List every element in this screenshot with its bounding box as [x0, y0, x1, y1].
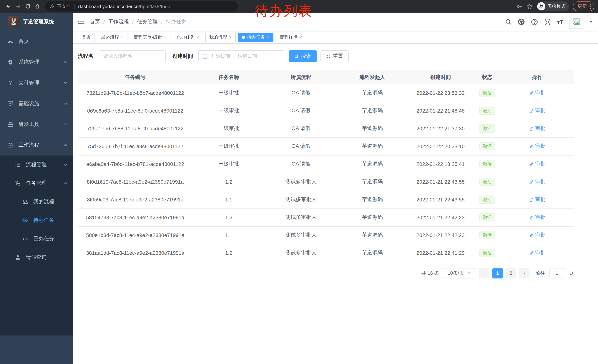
- process-name-input[interactable]: 请输入流程名: [99, 50, 166, 62]
- github-icon[interactable]: [518, 18, 525, 25]
- col-create-time: 创建时间: [407, 70, 473, 84]
- tab-close-icon[interactable]: ×: [164, 35, 166, 40]
- filter-bar: 流程名 请输入流程名 创建时间 开始日期 - 结束日期 搜索: [78, 50, 598, 62]
- sidebar-item-my-process[interactable]: 我的流程: [0, 193, 73, 211]
- approve-link[interactable]: 审批: [529, 214, 546, 221]
- cell-initiator: 芋道源码: [337, 138, 407, 155]
- tab-5[interactable]: 我的流程×: [205, 32, 236, 42]
- goto-page-input[interactable]: [549, 268, 564, 278]
- sidebar-item-leave-query[interactable]: 请假查询: [0, 248, 73, 267]
- cell-initiator: 芋道源码: [337, 155, 407, 173]
- status-badge: 激活: [479, 89, 495, 97]
- status-badge: 激活: [479, 195, 495, 204]
- sidebar-item-devtools[interactable]: 研发工具: [0, 114, 73, 135]
- sidebar-item-workflow[interactable]: 工作流程: [0, 135, 73, 155]
- search-button[interactable]: 搜索: [289, 50, 317, 62]
- approve-link-label: 审批: [535, 214, 546, 221]
- incognito-badge: 无痕模式: [537, 1, 569, 11]
- approve-link[interactable]: 审批: [529, 250, 546, 256]
- avatar-caret-icon[interactable]: [589, 21, 593, 23]
- tab-6[interactable]: 待办任务×: [238, 32, 274, 42]
- tab-close-icon[interactable]: ×: [196, 35, 199, 40]
- goto-label: 前往: [535, 270, 545, 276]
- cell-task-id: 75d72608-7b7f-11ec-a3c8-acde48001122: [78, 138, 193, 155]
- font-size-icon[interactable]: тT: [557, 19, 563, 25]
- sidebar-item-todo-tasks[interactable]: 待办任务: [0, 211, 73, 230]
- approve-link[interactable]: 审批: [529, 89, 546, 96]
- sidebar-item-infrastructure[interactable]: 基础设施: [0, 93, 73, 114]
- bookmark-star-icon[interactable]: [526, 3, 533, 9]
- update-label: 更新: [578, 3, 587, 9]
- reload-icon[interactable]: [23, 1, 33, 11]
- sidebar-item-label: 工作流程: [18, 142, 58, 148]
- search-icon[interactable]: [505, 18, 512, 25]
- approve-link[interactable]: 审批: [529, 143, 546, 150]
- sidebar-item-home[interactable]: 首页: [0, 31, 73, 52]
- tab-7[interactable]: 流程详情×: [276, 32, 306, 42]
- approve-link[interactable]: 审批: [529, 107, 546, 114]
- sidebar-item-task-management[interactable]: 任务管理: [0, 174, 73, 193]
- cell-process: OA 请假: [265, 84, 337, 102]
- tab-close-icon[interactable]: ×: [299, 35, 302, 40]
- approve-link[interactable]: 审批: [529, 125, 546, 132]
- avatar[interactable]: [569, 15, 583, 29]
- status-badge: 激活: [479, 124, 495, 133]
- cell-process: OA 请假: [265, 120, 337, 138]
- breadcrumb-item[interactable]: 首页: [90, 18, 100, 25]
- annotation-text: 待办列表: [255, 2, 313, 20]
- cell-actions: 审批: [501, 120, 573, 138]
- approve-link[interactable]: 审批: [529, 232, 546, 238]
- help-icon[interactable]: [531, 18, 538, 25]
- col-status: 状态: [473, 70, 501, 84]
- forward-icon[interactable]: [13, 1, 23, 11]
- approve-link[interactable]: 审批: [529, 161, 546, 167]
- tab-close-icon[interactable]: ×: [121, 35, 123, 40]
- person-icon: [15, 254, 21, 260]
- breadcrumb-item[interactable]: 工作流程: [108, 18, 129, 25]
- home-icon[interactable]: [33, 1, 42, 11]
- page-size-select[interactable]: 10条/页: [442, 268, 476, 278]
- page-button-1[interactable]: 1: [492, 268, 503, 278]
- cell-status: 激活: [473, 191, 501, 209]
- cell-create-time: 2022-01-22 21:48:48: [407, 102, 473, 120]
- sidebar-item-payment[interactable]: ¥ 支付管理: [0, 73, 73, 93]
- table-row: 8f059c03-7ac8-11ec-a9e2-a2380e71991a1.1测…: [78, 191, 573, 209]
- sidebar-item-label: 已办任务: [33, 235, 67, 242]
- cell-task-name: 1.2: [193, 244, 265, 262]
- prev-page-button[interactable]: ‹: [479, 268, 490, 278]
- page-button-2[interactable]: 2: [506, 268, 516, 278]
- tab-close-icon[interactable]: ×: [267, 35, 269, 40]
- approve-link[interactable]: 审批: [529, 178, 546, 185]
- cell-create-time: 2022-01-21 22:43:55: [407, 173, 473, 191]
- sidebar-item-process-management[interactable]: 流程管理: [0, 155, 73, 174]
- tab-3[interactable]: 流程表单-编辑×: [130, 32, 170, 42]
- address-bar[interactable]: 不安全 dashboard.yudao.iocoder.cn/bpm/task/…: [45, 1, 238, 11]
- cell-status: 激活: [473, 84, 501, 102]
- approve-link[interactable]: 审批: [529, 196, 546, 203]
- breadcrumb-item[interactable]: 任务管理: [137, 18, 158, 25]
- chevron-up-icon: [64, 143, 67, 147]
- table-row: 58154733-7ac8-11ec-a9e2-a2380e71991a1.2测…: [78, 209, 573, 226]
- sidebar-item-label: 任务管理: [26, 180, 58, 187]
- tab-1[interactable]: 首页: [78, 32, 95, 42]
- reset-button[interactable]: 重置: [321, 50, 349, 62]
- fullscreen-icon[interactable]: [544, 18, 551, 25]
- cell-process: OA 请假: [265, 102, 337, 120]
- sidebar-item-system[interactable]: 系统管理: [0, 52, 73, 73]
- status-badge: 激活: [479, 160, 495, 168]
- update-button[interactable]: 更新: [573, 1, 594, 11]
- back-icon[interactable]: [4, 1, 13, 11]
- browser-menu-icon[interactable]: [590, 4, 591, 9]
- cell-create-time: 2022-01-21 22:42:23: [407, 226, 473, 244]
- cell-actions: 审批: [501, 155, 573, 173]
- tab-close-icon[interactable]: ×: [229, 35, 232, 40]
- collapse-sidebar-icon[interactable]: [78, 18, 84, 25]
- robot-face-icon: [22, 199, 28, 205]
- tab-4[interactable]: 已办任务×: [173, 32, 203, 42]
- date-range-input[interactable]: 开始日期 - 结束日期: [198, 50, 284, 62]
- eye-icon: [22, 217, 28, 223]
- sidebar-item-done-tasks[interactable]: 已办任务: [0, 230, 73, 248]
- key-icon[interactable]: [516, 3, 523, 9]
- next-page-button[interactable]: ›: [519, 268, 530, 278]
- tab-2[interactable]: 发起流程×: [97, 32, 127, 42]
